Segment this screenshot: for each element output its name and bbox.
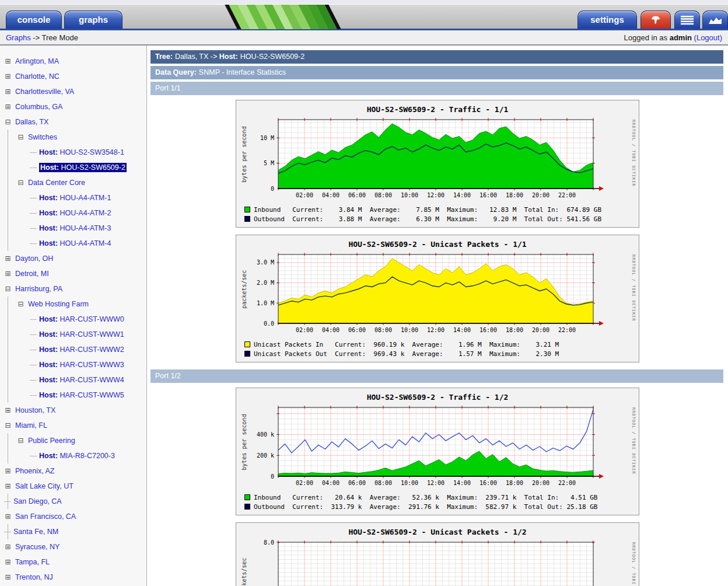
- tree-connector: [30, 395, 37, 396]
- tree-site-item[interactable]: ⊞Charlotte, NC: [0, 69, 146, 84]
- tab-graphs[interactable]: graphs: [64, 11, 123, 29]
- tree-item-label: San Francisco, CA: [15, 512, 76, 521]
- main-tab-bar: console graphs settings: [0, 5, 728, 30]
- tree-host-item[interactable]: Host: HOU-A4-ATM-1: [0, 190, 146, 205]
- tree-connector: [30, 243, 37, 244]
- tree-host-item[interactable]: Host: HAR-CUST-WWW4: [0, 372, 146, 388]
- tree-host-item[interactable]: Host: HAR-CUST-WWW2: [0, 342, 146, 357]
- pin-tab[interactable]: [640, 11, 671, 29]
- collapse-icon[interactable]: ⊟: [17, 175, 24, 190]
- preview-view-tab[interactable]: [702, 11, 728, 29]
- tree-site-item[interactable]: ⊞San Francisco, CA: [0, 509, 146, 524]
- tree-site-item[interactable]: ⊟Harrisburg, PA: [0, 281, 146, 297]
- tree-host-item[interactable]: Host: HOU-A4-ATM-2: [0, 205, 146, 221]
- expand-icon[interactable]: ⊞: [4, 69, 12, 84]
- port-section-bar: Port 1/2: [150, 369, 723, 383]
- tree-site-item[interactable]: ⊞Houston, TX: [0, 403, 146, 418]
- list-view-tab[interactable]: [674, 11, 700, 29]
- rrdtool-watermark: RRDTOOL / TOBI OETIKER: [631, 120, 636, 187]
- host-prefix: Host:: [39, 209, 60, 217]
- tree-host-item[interactable]: Host: HOU-A4-ATM-4: [0, 236, 146, 251]
- username: admin: [670, 33, 692, 42]
- collapse-icon[interactable]: ⊟: [4, 114, 12, 130]
- graph-tree-sidebar: ⊞Arlington, MA⊞Charlotte, NC⊞Charlottesv…: [0, 46, 147, 586]
- tree-host-item[interactable]: Host: HOU-A4-ATM-3: [0, 221, 146, 236]
- tree-value: Dallas, TX ->: [175, 53, 217, 61]
- graph-image: 0.01.0 M2.0 M3.0 M02:0004:0006:0008:0010…: [243, 250, 628, 339]
- tree-item-label: Miami, FL: [15, 421, 47, 430]
- window-top-strip: [0, 0, 728, 5]
- tree-folder-item[interactable]: ⊟Web Hosting Farm: [0, 297, 146, 312]
- expand-icon[interactable]: ⊞: [4, 266, 12, 281]
- logout-link[interactable]: (Logout): [694, 33, 722, 42]
- tree-site-item[interactable]: ⊟Miami, FL: [0, 418, 146, 433]
- breadcrumb-graphs-link[interactable]: Graphs: [6, 33, 31, 42]
- tree-site-item[interactable]: ⊞Salt Lake City, UT: [0, 479, 146, 494]
- host-prefix: Host:: [39, 361, 60, 369]
- tree-host-item[interactable]: Host: MIA-R8-C7200-3: [0, 448, 146, 463]
- tree-header-bar: Tree:Dallas, TX -> Host:HOU-S2-SW6509-2: [150, 50, 723, 64]
- expand-icon[interactable]: ⊞: [4, 570, 12, 585]
- expand-icon[interactable]: ⊞: [4, 99, 12, 114]
- legend-swatch: [244, 216, 250, 222]
- breadcrumb-arrow: ->: [33, 33, 40, 42]
- collapse-icon[interactable]: ⊟: [17, 297, 24, 312]
- graph-panel-unicast-1-1[interactable]: HOU-S2-SW6509-2 - Unicast Packets - 1/1p…: [236, 235, 639, 362]
- tree-connector: [30, 198, 37, 198]
- tree-folder-item[interactable]: ⊟Data Center Core: [0, 175, 146, 190]
- tree-connector: [4, 532, 11, 532]
- legend-row: Outbound Current: 313.79 k Average: 291.…: [244, 502, 639, 511]
- tree-site-item[interactable]: ⊞Columbus, GA: [0, 99, 146, 114]
- tab-settings[interactable]: settings: [578, 11, 637, 29]
- tree-host-item[interactable]: Host: HOU-S2-SW3548-1: [0, 145, 146, 160]
- tree-site-item[interactable]: ⊞Charlottesville, VA: [0, 84, 146, 99]
- graph-panel-traffic-1-1[interactable]: HOU-S2-SW6509-2 - Traffic - 1/1bytes per…: [236, 100, 639, 228]
- tree-site-item[interactable]: ⊞Trenton, NJ: [0, 570, 146, 585]
- tree-site-item[interactable]: ⊞Arlington, MA: [0, 54, 146, 69]
- svg-text:5 M: 5 M: [264, 160, 274, 166]
- data-query-value: SNMP - Interface Statistics: [199, 68, 286, 76]
- expand-icon[interactable]: ⊞: [4, 554, 12, 570]
- tree-site-item[interactable]: ⊟Dallas, TX: [0, 114, 146, 130]
- tree-site-item[interactable]: ⊞Dayton, OH: [0, 251, 146, 266]
- tree-host-item[interactable]: Host: HAR-CUST-WWW5: [0, 388, 146, 403]
- tree-host-item[interactable]: Host: HOU-S2-SW6509-2: [0, 160, 146, 175]
- svg-text:12:00: 12:00: [427, 480, 444, 486]
- graph-panel-traffic-1-2[interactable]: HOU-S2-SW6509-2 - Traffic - 1/2bytes per…: [236, 388, 639, 515]
- tree-site-item[interactable]: San Diego, CA: [0, 494, 146, 509]
- collapse-icon[interactable]: ⊟: [4, 281, 12, 297]
- tree-folder-item[interactable]: ⊟Public Peering: [0, 433, 146, 448]
- expand-icon[interactable]: ⊞: [4, 509, 12, 524]
- tree-host-item[interactable]: Host: HAR-CUST-WWW3: [0, 357, 146, 372]
- expand-icon[interactable]: ⊞: [4, 539, 12, 554]
- expand-icon[interactable]: ⊞: [4, 463, 12, 479]
- tree-site-item[interactable]: ⊞Syracuse, NY: [0, 539, 146, 554]
- expand-icon[interactable]: ⊞: [4, 403, 12, 418]
- expand-icon[interactable]: ⊞: [4, 84, 12, 99]
- host-value: HOU-S2-SW6509-2: [240, 53, 304, 61]
- tree-connector: [30, 334, 37, 335]
- expand-icon[interactable]: ⊞: [4, 251, 12, 266]
- data-query-label: Data Query:: [155, 68, 197, 76]
- tree-host-item[interactable]: Host: HAR-CUST-WWW0: [0, 312, 146, 327]
- tree-host-item[interactable]: Host: HAR-CUST-WWW1: [0, 327, 146, 342]
- collapse-icon[interactable]: ⊟: [4, 418, 12, 433]
- tree-item-label: Charlottesville, VA: [15, 88, 74, 96]
- tab-console[interactable]: console: [6, 11, 62, 29]
- collapse-icon[interactable]: ⊟: [17, 433, 24, 448]
- collapse-icon[interactable]: ⊟: [17, 130, 24, 145]
- breadcrumb: Graphs -> Tree Mode: [6, 33, 78, 42]
- svg-text:16:00: 16:00: [480, 480, 497, 486]
- graph-panel-unicast-1-2[interactable]: HOU-S2-SW6509-2 - Unicast Packets - 1/2p…: [236, 522, 639, 586]
- tree-site-item[interactable]: Santa Fe, NM: [0, 524, 146, 539]
- svg-text:22:00: 22:00: [558, 192, 576, 198]
- rrdtool-watermark: RRDTOOL / TOBI OETIKER: [631, 254, 636, 322]
- expand-icon[interactable]: ⊞: [4, 479, 12, 494]
- tree-item-label: Host: HAR-CUST-WWW2: [39, 346, 124, 354]
- svg-text:18:00: 18:00: [506, 192, 523, 198]
- tree-site-item[interactable]: ⊞Detroit, MI: [0, 266, 146, 281]
- tree-folder-item[interactable]: ⊟Switches: [0, 130, 146, 145]
- tree-site-item[interactable]: ⊞Tampa, FL: [0, 554, 146, 570]
- tree-site-item[interactable]: ⊞Phoenix, AZ: [0, 463, 146, 479]
- expand-icon[interactable]: ⊞: [4, 54, 12, 69]
